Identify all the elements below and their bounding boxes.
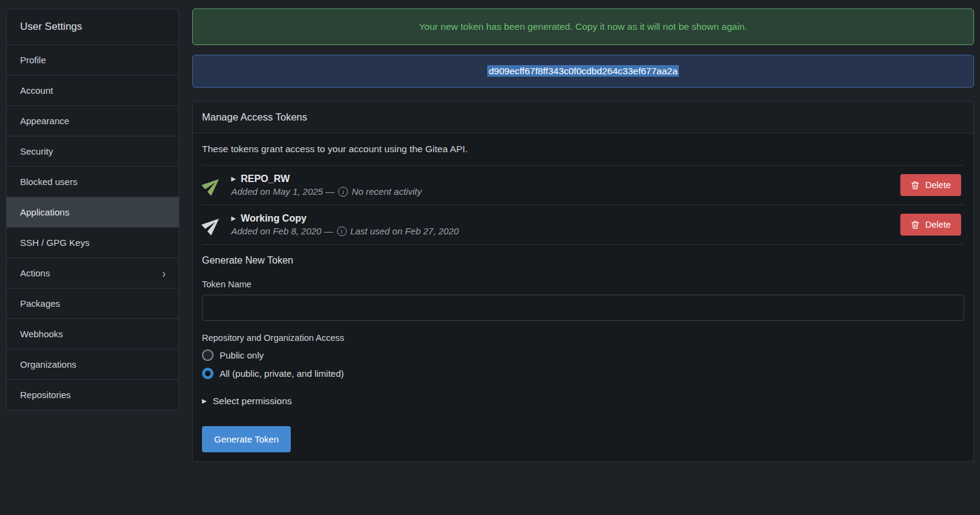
sidebar-item-actions[interactable]: Actions ›	[7, 258, 179, 289]
sidebar-item-packages[interactable]: Packages	[7, 289, 179, 319]
sidebar-item-security[interactable]: Security	[7, 136, 179, 167]
generate-token-section: Generate New Token Token Name Repository…	[202, 245, 964, 461]
token-meta: Added on May 1, 2025 — i No recent activ…	[231, 186, 892, 197]
trash-icon	[911, 220, 920, 229]
panel-description: These tokens grant access to your accoun…	[202, 133, 964, 166]
main-content: Your new token has been generated. Copy …	[192, 9, 974, 462]
triangle-right-icon: ▶	[202, 398, 207, 404]
sidebar-item-ssh-gpg-keys[interactable]: SSH / GPG Keys	[7, 228, 179, 258]
chevron-right-icon: ›	[162, 267, 165, 279]
token-row: ▶ REPO_RW Added on May 1, 2025 — i No re…	[202, 166, 964, 205]
radio-all-access[interactable]: All (public, private, and limited)	[202, 368, 964, 379]
sidebar-title: User Settings	[7, 9, 179, 45]
settings-sidebar: User Settings Profile Account Appearance…	[6, 9, 179, 410]
paper-plane-icon	[202, 175, 223, 195]
token-name-input[interactable]	[202, 295, 964, 321]
repo-org-access-label: Repository and Organization Access	[202, 333, 964, 343]
delete-token-button[interactable]: Delete	[900, 214, 961, 236]
sidebar-item-organizations[interactable]: Organizations	[7, 349, 179, 380]
trash-icon	[911, 181, 920, 190]
sidebar-item-appearance[interactable]: Appearance	[7, 106, 179, 136]
triangle-right-icon[interactable]: ▶	[231, 215, 236, 222]
panel-title: Manage Access Tokens	[193, 102, 973, 133]
token-info: ▶ Working Copy Added on Feb 8, 2020 — i …	[231, 213, 892, 236]
select-permissions-toggle[interactable]: ▶ Select permissions	[202, 396, 964, 407]
sidebar-item-webhooks[interactable]: Webhooks	[7, 319, 179, 349]
new-token-reveal-box[interactable]: d909ecff67f8ff343c0f0cdbd264c33ef677aa2a	[192, 55, 974, 88]
paper-plane-icon	[202, 214, 223, 235]
token-name: Working Copy	[241, 213, 307, 224]
token-meta: Added on Feb 8, 2020 — i Last used on Fe…	[231, 226, 892, 236]
token-row: ▶ Working Copy Added on Feb 8, 2020 — i …	[202, 205, 964, 245]
sidebar-item-blocked-users[interactable]: Blocked users	[7, 167, 179, 197]
triangle-right-icon[interactable]: ▶	[231, 176, 236, 182]
sidebar-item-account[interactable]: Account	[7, 75, 179, 106]
radio-icon[interactable]	[202, 349, 214, 361]
delete-token-button[interactable]: Delete	[900, 174, 961, 196]
radio-public-only[interactable]: Public only	[202, 349, 964, 361]
manage-access-tokens-panel: Manage Access Tokens These tokens grant …	[192, 101, 974, 462]
generate-token-button[interactable]: Generate Token	[202, 426, 291, 452]
info-circle-icon: i	[338, 187, 348, 197]
generate-token-heading: Generate New Token	[202, 255, 964, 266]
radio-checked-icon[interactable]	[202, 368, 214, 379]
success-flash-message: Your new token has been generated. Copy …	[192, 9, 974, 45]
token-info: ▶ REPO_RW Added on May 1, 2025 — i No re…	[231, 173, 892, 197]
sidebar-item-profile[interactable]: Profile	[7, 45, 179, 75]
panel-body: These tokens grant access to your accoun…	[193, 133, 973, 461]
info-circle-icon: i	[337, 226, 347, 236]
token-name-label: Token Name	[202, 279, 964, 289]
new-token-value[interactable]: d909ecff67f8ff343c0f0cdbd264c33ef677aa2a	[487, 65, 679, 77]
page: User Settings Profile Account Appearance…	[0, 0, 980, 462]
sidebar-item-repositories[interactable]: Repositories	[7, 380, 179, 410]
sidebar-item-applications[interactable]: Applications	[7, 197, 179, 228]
token-name: REPO_RW	[241, 173, 290, 184]
